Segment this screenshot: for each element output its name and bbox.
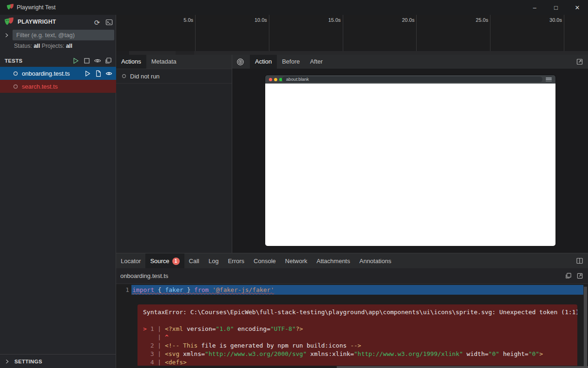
filter-row <box>0 29 116 42</box>
tab-network[interactable]: Network <box>281 253 312 269</box>
test-file-row-onboarding[interactable]: onboarding.test.ts <box>0 67 116 80</box>
syntax-error-box: SyntaxError: C:\Courses\EpicWeb\full-sta… <box>137 304 577 366</box>
timeline-gridline <box>416 15 417 51</box>
tab-actions[interactable]: Actions <box>116 55 146 69</box>
vertical-scrollbar[interactable] <box>583 286 588 368</box>
collapse-all-icon[interactable] <box>105 57 112 65</box>
stop-icon[interactable] <box>83 57 91 65</box>
timeline-tick-label: 5.0s <box>165 17 193 23</box>
timeline-tick-label: 25.0s <box>460 17 488 23</box>
projects-label: Projects: <box>42 43 65 49</box>
error-squiggle: import { faker } from '@faker-js/faker' <box>132 285 274 295</box>
chevron-right-icon <box>4 358 10 365</box>
tab-metadata[interactable]: Metadata <box>146 55 182 69</box>
tests-section-header: TESTS <box>0 54 116 68</box>
close-button[interactable]: ✕ <box>567 0 588 15</box>
status-summary: Status: all Projects: all <box>14 43 116 52</box>
snapshot-tab-strip: Action Before After <box>232 55 588 69</box>
title-bar: Playwright Test – □ ✕ <box>0 0 588 15</box>
timeline-tick-label: 15.0s <box>313 17 341 23</box>
timeline-tick-label: 10.0s <box>239 17 267 23</box>
test-file-name: search.test.ts <box>22 83 58 90</box>
projects-value: all <box>66 43 72 49</box>
minimize-button[interactable]: – <box>524 0 545 15</box>
tab-annotations[interactable]: Annotations <box>355 253 396 269</box>
tab-attachments[interactable]: Attachments <box>312 253 354 269</box>
hamburger-menu-icon <box>546 77 552 82</box>
open-snapshot-external-icon[interactable] <box>575 57 584 66</box>
timeline-segment <box>176 51 194 55</box>
settings-section[interactable]: SETTINGS <box>0 354 116 368</box>
watch-all-eye-icon[interactable] <box>94 57 101 65</box>
browser-snapshot[interactable]: about:blank <box>265 75 555 246</box>
tab-source[interactable]: Source1 <box>145 253 184 269</box>
traffic-light-close-icon <box>269 78 272 81</box>
tab-after[interactable]: After <box>305 55 327 69</box>
details-tab-strip: LocatorSource1CallLogErrorsConsoleNetwor… <box>116 253 588 268</box>
sidebar: PLAYWRIGHT ⟳ Status: all Projects: all <box>0 15 116 368</box>
source-file-bar: onboarding.test.ts <box>116 268 588 284</box>
run-test-icon[interactable] <box>84 70 91 77</box>
highlighted-code-line: import { faker } from '@faker-js/faker' … <box>131 285 583 295</box>
chevron-right-icon[interactable] <box>3 32 10 39</box>
error-code-line: 2 | <!-- This file is generated by npm r… <box>143 342 572 350</box>
run-all-icon[interactable] <box>72 57 79 65</box>
maximize-button[interactable]: □ <box>545 0 567 15</box>
timeline-lane[interactable] <box>116 51 588 55</box>
status-label: Status: <box>14 43 32 49</box>
tab-call[interactable]: Call <box>184 253 204 269</box>
browser-page-content[interactable] <box>265 84 555 246</box>
open-external-icon[interactable] <box>576 272 583 279</box>
playwright-masks-icon <box>4 17 14 27</box>
actions-panel: Actions Metadata Did not run <box>116 55 232 253</box>
error-code-line: | ^ <box>143 333 572 342</box>
copy-icon[interactable] <box>565 272 572 279</box>
timeline-tick-label: 30.0s <box>534 17 562 23</box>
split-view-icon[interactable] <box>575 256 584 265</box>
vertical-scrollbar-thumb[interactable] <box>584 287 587 366</box>
timeline-gridline <box>490 15 490 51</box>
playwright-logo-icon <box>7 4 14 11</box>
watch-test-eye-icon[interactable] <box>105 70 112 77</box>
filter-input[interactable] <box>13 30 114 40</box>
panel-divider <box>232 55 232 253</box>
tab-console[interactable]: Console <box>249 253 281 269</box>
terminal-icon[interactable] <box>105 18 113 26</box>
test-file-row-search[interactable]: search.test.ts <box>0 80 116 93</box>
source-error-badge: 1 <box>172 258 180 265</box>
source-filename: onboarding.test.ts <box>116 272 168 279</box>
pick-locator-target-icon[interactable] <box>232 55 248 69</box>
tab-locator[interactable]: Locator <box>116 253 145 269</box>
horizontal-scrollbar-thumb[interactable] <box>337 366 588 368</box>
playwright-ui-window: Playwright Test – □ ✕ PLAYWRIGHT ⟳ <box>0 0 588 368</box>
did-not-run-entry[interactable]: Did not run <box>116 69 237 84</box>
status-value: all <box>33 43 40 49</box>
timeline-gridline <box>195 15 196 51</box>
tab-action[interactable]: Action <box>250 55 277 69</box>
test-status-circle-icon <box>13 71 18 76</box>
tab-before[interactable]: Before <box>277 55 305 69</box>
browser-title-bar: about:blank <box>265 75 555 84</box>
error-code-line: 4 | <defs> <box>143 358 572 366</box>
timeline-gridline <box>343 15 343 51</box>
window-title: Playwright Test <box>17 0 56 15</box>
timeline-ruler[interactable]: 5.0s10.0s15.0s20.0s25.0s30.0s <box>116 15 588 51</box>
error-blank-line <box>143 316 572 325</box>
error-code-line: 3 | <svg xmlns="http://www.w3.org/2000/s… <box>143 350 572 358</box>
line-number: 1 <box>116 285 129 295</box>
traffic-light-minimize-icon <box>274 78 277 81</box>
error-message: SyntaxError: C:\Courses\EpicWeb\full-sta… <box>143 308 572 316</box>
actions-tab-strip: Actions Metadata <box>116 55 232 69</box>
error-code-frame: > 1 | <?xml version="1.0" encoding="UTF-… <box>143 325 572 366</box>
window-controls: – □ ✕ <box>524 0 588 15</box>
timeline-segment <box>116 51 129 55</box>
status-circle-icon <box>122 74 126 78</box>
tab-log[interactable]: Log <box>204 253 223 269</box>
error-code-line: > 1 | <?xml version="1.0" encoding="UTF-… <box>143 325 572 333</box>
tab-errors[interactable]: Errors <box>223 253 249 269</box>
sidebar-header: PLAYWRIGHT ⟳ <box>0 15 116 29</box>
reload-tests-icon[interactable]: ⟳ <box>93 18 101 26</box>
timeline-gridline <box>564 15 564 51</box>
open-source-icon[interactable] <box>95 70 102 77</box>
settings-title: SETTINGS <box>14 355 42 368</box>
